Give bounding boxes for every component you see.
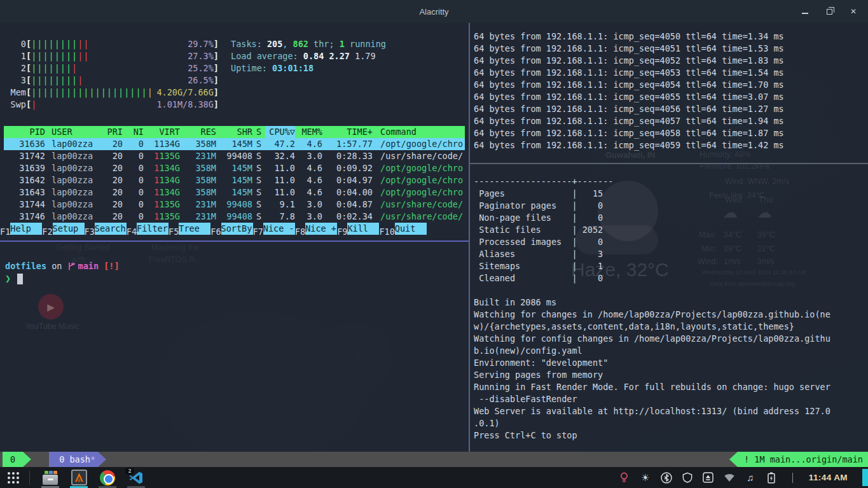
process-row[interactable]: 31744lap00zza2001135G231M99408S9.13.00:0… xyxy=(4,199,465,211)
htop-meter-3: 3[|||||||||26.5%] xyxy=(9,74,219,87)
hugo-stat-row: Cleaned | 0 xyxy=(474,272,867,284)
tmux-segment-arrow-2 xyxy=(98,452,106,467)
brightness-icon[interactable]: ☀ xyxy=(639,471,652,484)
htop-function-bar: F1HelpF2SetupF3SearchF4FilterF5TreeF6Sor… xyxy=(0,223,465,238)
prompt-line: dotfiles on main [!] xyxy=(5,260,120,272)
process-row[interactable]: 31639lap00zza2001134G358M145MS11.04.60:0… xyxy=(4,162,465,174)
terminal-window: Guwahati, IN Humidity: 48% Pressure: 101… xyxy=(0,23,868,452)
taskbar-app-vscode[interactable]: 2 xyxy=(125,467,148,488)
taskbar-clock[interactable]: 11:44 AM xyxy=(809,473,848,482)
ping-line: 64 bytes from 192.168.1.1: icmp_seq=4052… xyxy=(474,55,867,67)
tmux-session-badge[interactable]: 0 xyxy=(3,452,23,467)
show-desktop-button[interactable] xyxy=(862,469,868,486)
htop-meter-mem: Mem[|||||||||||||||||||||4.20G/7.66G] xyxy=(9,87,219,99)
htop-meter-0: 0[||||||||||29.7%] xyxy=(9,38,219,50)
fn-key-f7[interactable]: F7Nice - xyxy=(253,223,295,238)
prompt-separator: on xyxy=(52,260,62,272)
clock-separator xyxy=(792,473,793,483)
htop-column-ni[interactable]: NI xyxy=(123,126,144,138)
tmux-right-horizontal-divider[interactable] xyxy=(470,163,868,164)
htop-column-time[interactable]: TIME+ xyxy=(322,126,373,138)
maximize-button[interactable] xyxy=(825,7,834,16)
pane-ping: 64 bytes from 192.168.1.1: icmp_seq=4050… xyxy=(474,31,867,151)
htop-column-pri[interactable]: PRI xyxy=(97,126,123,138)
wifi-icon[interactable] xyxy=(723,471,736,484)
ping-line: 64 bytes from 192.168.1.1: icmp_seq=4059… xyxy=(474,139,867,151)
hugo-stat-row: Processed images | 0 xyxy=(474,236,867,248)
git-branch-name: main xyxy=(78,260,99,272)
ping-line: 64 bytes from 192.168.1.1: icmp_seq=4051… xyxy=(474,43,867,55)
redshift-icon[interactable] xyxy=(618,471,631,484)
process-row[interactable]: 31642lap00zza2001134G358M145MS11.04.60:0… xyxy=(4,174,465,186)
eject-removable-media-icon[interactable] xyxy=(702,471,715,484)
prompt-chevron: ❯ xyxy=(5,273,11,285)
prompt-input-line[interactable]: ❯ xyxy=(5,272,120,285)
taskbar-app-chrome[interactable] xyxy=(96,467,119,488)
window-titlebar: Alacritty ✕ xyxy=(0,0,868,23)
tmux-right-arrow xyxy=(729,452,738,467)
htop-column-cmd[interactable]: Command xyxy=(373,126,465,138)
fn-key-f3[interactable]: F3Search xyxy=(85,223,127,238)
htop-meter-swp: Swp[|1.01M/8.38G] xyxy=(9,99,219,111)
minimize-button[interactable] xyxy=(801,7,809,16)
fn-key-f10[interactable]: F10Quit xyxy=(379,223,426,238)
hugo-log-line: b.io(new)/config.yaml xyxy=(474,345,867,357)
vscode-window-count-badge: 2 xyxy=(125,468,134,475)
app-menu-icon[interactable] xyxy=(8,472,19,484)
htop-column-s[interactable]: S xyxy=(252,126,265,138)
ping-line: 64 bytes from 192.168.1.1: icmp_seq=4055… xyxy=(474,91,867,103)
battery-icon[interactable] xyxy=(765,471,778,484)
fn-key-f9[interactable]: F9Kill xyxy=(337,223,379,238)
tmux-window-tab[interactable]: 0 bash* xyxy=(49,452,98,467)
chrome-icon xyxy=(100,470,115,485)
htop-info-line: Uptime: 03:01:18 xyxy=(231,62,386,74)
shield-icon[interactable] xyxy=(681,471,694,484)
process-row[interactable]: 31742lap00zza2001135G231M99408S32.43.00:… xyxy=(4,150,465,162)
fn-key-f1[interactable]: F1Help xyxy=(0,223,42,238)
ping-line: 64 bytes from 192.168.1.1: icmp_seq=4056… xyxy=(474,103,867,115)
ping-line: 64 bytes from 192.168.1.1: icmp_seq=4057… xyxy=(474,115,867,127)
fn-key-f2[interactable]: F2Setup xyxy=(42,223,84,238)
process-row[interactable]: 31636lap00zza2001134G358M145MS47.24.61:5… xyxy=(4,138,465,150)
tmux-vertical-divider[interactable] xyxy=(469,23,470,452)
htop-column-shr[interactable]: SHR xyxy=(216,126,252,138)
tmux-window-flag: * xyxy=(90,454,95,464)
bluetooth-icon[interactable] xyxy=(660,471,673,484)
htop-meters: 0[||||||||||29.7%]1[||||||||||27.3%]2[||… xyxy=(9,38,219,111)
htop-column-cpu[interactable]: CPU%▽ xyxy=(265,126,295,138)
hugo-log-line: Watching for changes in /home/lap00zza/P… xyxy=(474,309,867,321)
hugo-log-line: Environment: "development" xyxy=(474,357,867,369)
hugo-log-line: .0.1) xyxy=(474,417,867,429)
fn-key-f5[interactable]: F5Tree xyxy=(169,223,210,238)
taskbar-separator xyxy=(29,471,30,485)
htop-column-user[interactable]: USER xyxy=(45,126,97,138)
pane-shell[interactable]: dotfiles on main [!] ❯ xyxy=(5,260,120,285)
taskbar-app-file-manager[interactable] xyxy=(39,467,62,488)
ping-line: 64 bytes from 192.168.1.1: icmp_seq=4054… xyxy=(474,79,867,91)
hugo-stat-row: Aliases | 3 xyxy=(474,248,867,260)
hugo-log-line: w)/{archetypes,assets,content,data,i18n,… xyxy=(474,321,867,333)
file-manager-icon xyxy=(43,471,58,485)
taskbar-app-alacritty[interactable] xyxy=(67,467,90,488)
process-row[interactable]: 31746lap00zza2001135G231M99408S7.83.00:0… xyxy=(4,211,465,223)
process-row[interactable]: 31643lap00zza2001134G358M145MS11.04.60:0… xyxy=(4,186,465,199)
alacritty-icon xyxy=(71,470,87,485)
ping-line: 64 bytes from 192.168.1.1: icmp_seq=4058… xyxy=(474,127,867,139)
htop-table: PIDUSERPRINIVIRTRESSHRSCPU%▽MEM%TIME+Com… xyxy=(4,126,465,223)
hugo-stat-row: Pages | 15 xyxy=(474,188,867,200)
fn-key-f4[interactable]: F4Filter xyxy=(127,223,169,238)
htop-meter-1: 1[||||||||||27.3%] xyxy=(9,50,219,62)
music-player-icon[interactable]: ♫ xyxy=(744,471,757,484)
close-button[interactable]: ✕ xyxy=(849,7,858,16)
fn-key-f8[interactable]: F8Nice + xyxy=(295,223,337,238)
htop-column-res[interactable]: RES xyxy=(180,126,216,138)
htop-info-line: Tasks: 205, 862 thr; 1 running xyxy=(231,38,386,50)
taskbar: 2 ☀ ♫ xyxy=(0,467,868,488)
hugo-log-line: Running in Fast Render Mode. For full re… xyxy=(474,381,867,393)
htop-column-pid[interactable]: PID xyxy=(4,126,45,138)
htop-column-virt[interactable]: VIRT xyxy=(144,126,180,138)
htop-column-mem[interactable]: MEM% xyxy=(295,126,322,138)
tmux-left-horizontal-divider[interactable] xyxy=(0,241,469,242)
fn-key-f6[interactable]: F6SortBy xyxy=(210,223,252,238)
htop-header-row[interactable]: PIDUSERPRINIVIRTRESSHRSCPU%▽MEM%TIME+Com… xyxy=(4,126,465,138)
